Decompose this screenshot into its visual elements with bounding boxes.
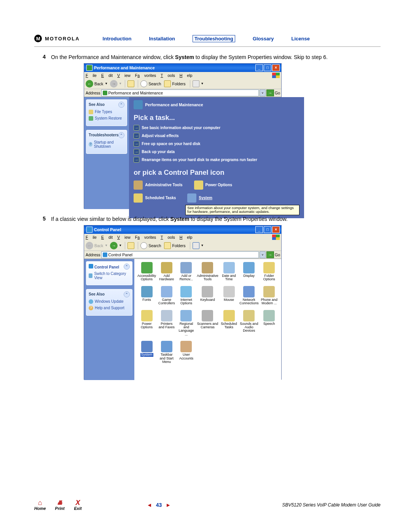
cp-icon-scanners-and-cameras[interactable]: Scanners and Cameras bbox=[197, 310, 218, 337]
cp-icon-folder-options[interactable]: Folder Options bbox=[260, 262, 278, 281]
cp-icon-phone-and-modem[interactable]: Phone and Modem ... bbox=[260, 286, 278, 305]
motorola-logo-icon: M bbox=[34, 35, 42, 42]
menu-help[interactable]: Help bbox=[180, 73, 193, 78]
address-dropdown[interactable]: v bbox=[260, 251, 266, 258]
up-folder-button[interactable] bbox=[127, 80, 134, 87]
nav-installation[interactable]: Installation bbox=[149, 36, 175, 42]
cp-icon-fonts[interactable]: Fonts bbox=[137, 286, 156, 305]
forward-button[interactable]: → bbox=[110, 80, 118, 88]
cp-icon-add-hardware[interactable]: Add Hardware bbox=[158, 262, 176, 281]
menu-file[interactable]: File bbox=[86, 235, 97, 240]
address-dropdown[interactable]: v bbox=[260, 89, 266, 96]
nav-troubleshooting[interactable]: Troubleshooting bbox=[193, 35, 235, 42]
nav-license[interactable]: License bbox=[292, 36, 310, 42]
win1-sidebar: See Also⌃ File Types System Restore Trou… bbox=[84, 97, 129, 209]
menu-edit[interactable]: Edit bbox=[101, 235, 113, 240]
folders-icon[interactable] bbox=[164, 242, 171, 249]
applet-icon bbox=[263, 286, 275, 297]
folders-icon[interactable] bbox=[164, 80, 171, 87]
applet-label: Scanners and Cameras bbox=[197, 322, 218, 329]
cp-icon-display[interactable]: Display bbox=[239, 262, 258, 281]
minimize-button[interactable]: _ bbox=[255, 226, 263, 233]
task-backup[interactable]: →Back up your data bbox=[134, 149, 299, 155]
applet-label: Sounds and Audio Devices bbox=[240, 322, 258, 333]
cp-icon-printers-and-faxes[interactable]: Printers and Faxes bbox=[158, 310, 176, 337]
link-file-types[interactable]: File Types bbox=[89, 110, 124, 114]
cp-icon-accessibility-options[interactable]: Accessibility Options bbox=[137, 262, 156, 281]
close-button[interactable]: × bbox=[272, 64, 280, 71]
prev-page-arrow[interactable]: ◄ bbox=[147, 502, 152, 508]
go-button[interactable]: → bbox=[266, 89, 274, 96]
link-switch-category[interactable]: Switch to Category View bbox=[89, 272, 130, 280]
maximize-button[interactable]: □ bbox=[264, 64, 271, 71]
menu-view[interactable]: View bbox=[117, 73, 131, 78]
step-4-text: On the Performance and Maintenance windo… bbox=[51, 54, 381, 61]
icon-power-options[interactable]: Power Options bbox=[194, 181, 233, 190]
applet-label: Scheduled Tasks bbox=[221, 322, 237, 329]
views-button[interactable] bbox=[193, 242, 199, 249]
cp-icon-taskbar-and-start-menu[interactable]: Taskbar and Start Menu bbox=[158, 341, 176, 364]
minimize-button[interactable]: _ bbox=[255, 64, 263, 71]
go-button[interactable]: → bbox=[266, 251, 274, 258]
search-icon[interactable] bbox=[140, 80, 147, 87]
nav-introduction[interactable]: Introduction bbox=[103, 36, 132, 42]
search-icon[interactable] bbox=[140, 242, 147, 249]
cp-icon-system[interactable]: System bbox=[137, 341, 156, 364]
next-page-arrow[interactable]: ► bbox=[166, 502, 171, 508]
menu-favorites[interactable]: Favorites bbox=[135, 73, 156, 78]
menu-help[interactable]: Help bbox=[180, 235, 193, 240]
address-input[interactable]: Performance and Maintenance bbox=[101, 89, 259, 96]
menu-view[interactable]: View bbox=[117, 235, 131, 240]
link-system-restore[interactable]: System Restore bbox=[89, 116, 124, 121]
menu-favorites[interactable]: Favorites bbox=[135, 235, 156, 240]
views-button[interactable] bbox=[193, 80, 199, 87]
cp-icon-regional-and-language[interactable]: Regional and Language ... bbox=[177, 310, 196, 337]
menu-edit[interactable]: Edit bbox=[101, 73, 113, 78]
collapse-icon[interactable]: ⌃ bbox=[118, 132, 124, 138]
link-windows-update[interactable]: Windows Update bbox=[89, 299, 130, 304]
task-rearrange[interactable]: →Rearrange items on your hard disk to ma… bbox=[134, 157, 299, 163]
menu-tools[interactable]: Tools bbox=[161, 73, 175, 78]
applet-label: Accessibility Options bbox=[137, 274, 156, 281]
task-basic-info[interactable]: →See basic information about your comput… bbox=[134, 125, 299, 131]
nav-glossary[interactable]: Glossary bbox=[253, 36, 274, 42]
cp-icon-keyboard[interactable]: Keyboard bbox=[197, 286, 218, 305]
icon-system[interactable]: System bbox=[187, 193, 212, 203]
address-input[interactable]: Control Panel bbox=[101, 251, 259, 258]
forward-button[interactable]: → bbox=[110, 242, 118, 249]
up-folder-button[interactable] bbox=[127, 242, 134, 249]
cp-icon-internet-options[interactable]: Internet Options bbox=[177, 286, 196, 305]
cp-icon-add-or-remov[interactable]: Add or Remov... bbox=[177, 262, 196, 281]
close-button[interactable]: × bbox=[272, 226, 280, 233]
cp-icon-mouse[interactable]: Mouse bbox=[220, 286, 238, 305]
maximize-button[interactable]: □ bbox=[264, 226, 271, 233]
icon-admin-tools[interactable]: Administrative Tools bbox=[134, 181, 182, 190]
icon-scheduled-tasks[interactable]: Scheduled Tasks bbox=[134, 193, 176, 203]
collapse-icon[interactable]: ⌃ bbox=[124, 291, 130, 297]
cp-icon-administrative-tools[interactable]: Administrative Tools bbox=[197, 262, 218, 281]
task-free-space[interactable]: →Free up space on your hard disk bbox=[134, 141, 299, 147]
link-startup-shutdown[interactable]: ?Startup and Shutdown bbox=[89, 140, 124, 149]
menu-tools[interactable]: Tools bbox=[161, 235, 175, 240]
cp-icon-sounds-and-audio-devices[interactable]: Sounds and Audio Devices bbox=[239, 310, 258, 337]
print-button[interactable]: 🖶Print bbox=[55, 499, 65, 511]
pick-a-task-heading: Pick a task... bbox=[134, 114, 299, 122]
go-label: Go bbox=[275, 91, 280, 95]
cp-icon-power-options[interactable]: Power Options bbox=[137, 310, 156, 337]
exit-button[interactable]: XExit bbox=[74, 499, 82, 511]
link-help-support[interactable]: ?Help and Support bbox=[89, 306, 130, 310]
menu-file[interactable]: File bbox=[86, 73, 97, 78]
cp-icon-game-controllers[interactable]: Game Controllers bbox=[158, 286, 176, 305]
win1-toolbar: ← Back▼ →▼ Search Folders ▼ bbox=[84, 79, 281, 89]
collapse-icon[interactable]: ⌃ bbox=[118, 102, 124, 108]
back-button[interactable]: ← bbox=[86, 80, 93, 88]
task-visual-effects[interactable]: →Adjust visual effects bbox=[134, 133, 299, 139]
cp-icon-network-connections[interactable]: Network Connections bbox=[239, 286, 258, 305]
home-button[interactable]: ⌂Home bbox=[34, 499, 46, 511]
collapse-icon[interactable]: ⌃ bbox=[124, 264, 130, 270]
cp-icon-user-accounts[interactable]: User Accounts bbox=[177, 341, 196, 364]
address-label: Address bbox=[86, 91, 100, 95]
cp-icon-scheduled-tasks[interactable]: Scheduled Tasks bbox=[220, 310, 238, 337]
cp-icon-speech[interactable]: Speech bbox=[260, 310, 278, 337]
cp-icon-date-and-time[interactable]: Date and Time bbox=[220, 262, 238, 281]
